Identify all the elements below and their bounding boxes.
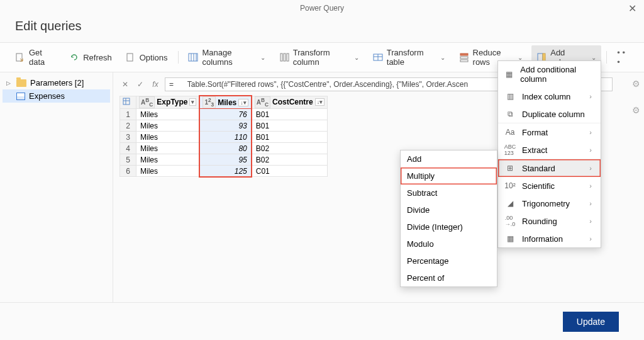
transform-table-button[interactable]: Transform table ⌄ (368, 45, 450, 69)
columns-icon (188, 52, 198, 62)
svg-rect-13 (460, 57, 468, 59)
menu-item-divide-integer[interactable]: Divide (Integer) (401, 218, 497, 235)
menu-item-duplicate-column[interactable]: ⧉Duplicate column (498, 105, 601, 123)
toolbar-label: Transform column (293, 48, 349, 67)
format-icon: Aa (504, 127, 516, 137)
information-icon: ▦ (504, 234, 516, 244)
chevron-right-icon: › (589, 93, 592, 100)
manage-columns-button[interactable]: Manage columns ⌄ (183, 45, 270, 69)
extract-icon: ABC123 (504, 145, 516, 155)
menu-item-index-column[interactable]: ▥Index column› (498, 88, 601, 105)
sidebar-item-label: Parameters [2] (30, 78, 84, 88)
reduce-rows-icon (459, 52, 469, 62)
trig-icon: ◢ (504, 198, 516, 208)
svg-rect-6 (280, 54, 282, 61)
options-button[interactable]: Options (121, 50, 173, 65)
chevron-down-icon: ⌄ (260, 54, 265, 61)
chevron-down-icon: ⌄ (591, 54, 596, 61)
menu-item-trigonometry[interactable]: ◢Trigonometry› (498, 195, 601, 212)
toolbar-label: Options (140, 53, 168, 62)
menu-item-rounding[interactable]: .00→.0Rounding› (498, 212, 601, 230)
duplicate-icon: ⧉ (504, 109, 516, 119)
cancel-formula-icon[interactable]: ✕ (119, 79, 131, 90)
table-icon (16, 93, 25, 100)
menu-item-conditional-column[interactable]: ▦Add conditional column (498, 61, 601, 88)
transform-table-icon (373, 52, 383, 62)
conditional-column-icon: ▦ (504, 69, 514, 79)
app-title: Power Query (300, 4, 344, 13)
chevron-right-icon: › (589, 146, 592, 154)
chevron-right-icon: › (589, 128, 592, 136)
menu-item-subtract[interactable]: Subtract (401, 184, 497, 201)
sidebar-item-expenses[interactable]: Expenses (3, 89, 110, 103)
menu-item-divide[interactable]: Divide (401, 201, 497, 218)
close-icon[interactable]: ✕ (628, 3, 636, 14)
fx-icon[interactable]: fx (150, 79, 161, 90)
col-header-costcentre[interactable]: ABCCostCentre↓▾ (252, 96, 328, 109)
corner-cell[interactable] (120, 96, 136, 109)
transform-column-icon (279, 52, 289, 62)
table-row[interactable]: 1Miles76B01 (120, 109, 328, 120)
table-row[interactable]: 5Miles95B02 (120, 154, 328, 166)
refresh-icon (69, 52, 79, 62)
sidebar: ▷ Parameters [2] Expenses (0, 72, 113, 312)
toolbar-label: Get data (29, 48, 55, 67)
confirm-formula-icon[interactable]: ✓ (135, 79, 146, 90)
gear-icon[interactable]: ⚙ (623, 105, 640, 115)
more-button[interactable]: • • • (612, 45, 634, 69)
sidebar-item-parameters[interactable]: ▷ Parameters [2] (3, 76, 110, 89)
menu-item-multiply[interactable]: Multiply (401, 167, 497, 184)
menu-item-add[interactable]: Add (401, 150, 497, 167)
table-row[interactable]: 6Miles125C01 (120, 166, 328, 177)
menu-item-standard[interactable]: ⊞Standard› (498, 159, 601, 177)
refresh-button[interactable]: Refresh (64, 50, 117, 65)
sidebar-item-label: Expenses (29, 91, 65, 101)
get-data-button[interactable]: Get data (10, 45, 60, 69)
rounding-icon: .00→.0 (504, 216, 516, 226)
sort-filter-icon[interactable]: ↓▾ (238, 99, 248, 106)
get-data-icon (15, 52, 25, 62)
menu-item-modulo[interactable]: Modulo (401, 235, 497, 252)
menu-item-percentage[interactable]: Percentage (401, 252, 497, 269)
update-button[interactable]: Update (563, 312, 619, 332)
add-column-menu: ▦Add conditional column ▥Index column› ⧉… (497, 60, 601, 248)
index-column-icon: ▥ (504, 91, 516, 101)
options-icon (126, 52, 136, 62)
transform-column-button[interactable]: Transform column ⌄ (274, 45, 364, 69)
menu-item-extract[interactable]: ABC123Extract› (498, 141, 601, 159)
menu-item-scientific[interactable]: 10²Scientific› (498, 177, 601, 195)
toolbar-label: Refresh (83, 53, 112, 62)
filter-icon[interactable]: ▾ (189, 98, 196, 106)
standard-submenu: Add Multiply Subtract Divide Divide (Int… (400, 150, 497, 287)
gear-icon[interactable]: ⚙ (623, 79, 640, 89)
chevron-down-icon: ⌄ (440, 54, 445, 61)
menu-item-information[interactable]: ▦Information› (498, 230, 601, 247)
col-header-miles[interactable]: 123Miles↓▾ (199, 96, 251, 109)
col-header-exptype[interactable]: ABCExpType▾ (136, 96, 200, 109)
table-row[interactable]: 3Miles110B01 (120, 132, 328, 143)
toolbar-label: Manage columns (202, 48, 255, 67)
svg-rect-7 (284, 54, 286, 61)
table-row[interactable]: 4Miles80B02 (120, 143, 328, 154)
menu-item-percent-of[interactable]: Percent of (401, 269, 497, 286)
svg-rect-12 (460, 54, 468, 55)
chevron-down-icon: ⌄ (518, 54, 523, 61)
sort-filter-icon[interactable]: ↓▾ (315, 98, 325, 106)
data-table: ABCExpType▾ 123Miles↓▾ ABCCostCentre↓▾ 1… (119, 95, 328, 178)
expand-icon: ▷ (6, 80, 13, 86)
chevron-right-icon: › (589, 200, 592, 207)
toolbar-label: Transform table (387, 48, 435, 67)
menu-item-format[interactable]: AaFormat› (498, 123, 601, 141)
chevron-right-icon: › (589, 164, 592, 172)
svg-rect-17 (123, 98, 130, 105)
chevron-right-icon: › (589, 182, 592, 190)
svg-rect-1 (127, 54, 133, 61)
chevron-right-icon: › (589, 217, 592, 225)
page-title: Edit queries (0, 16, 644, 42)
svg-rect-14 (460, 60, 468, 62)
chevron-right-icon: › (589, 235, 592, 242)
table-row[interactable]: 2Miles93B01 (120, 120, 328, 132)
svg-rect-8 (287, 54, 289, 61)
folder-icon (16, 79, 26, 87)
scientific-icon: 10² (504, 181, 516, 191)
